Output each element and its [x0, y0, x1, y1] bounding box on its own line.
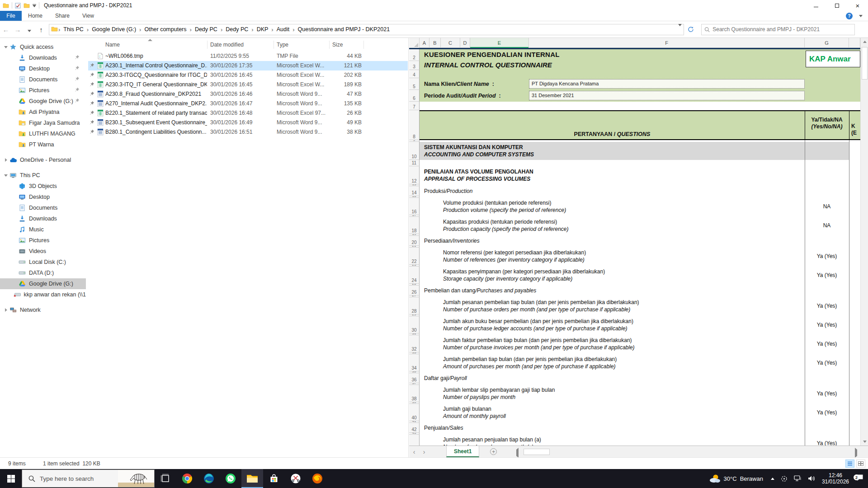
qat-properties-icon[interactable]: [15, 3, 21, 9]
sidebar-item-kkp-anwar-dan-rekan-1[interactable]: kkp anwar dan rekan (\\1: [0, 289, 86, 300]
file-row[interactable]: B280.1_Contingent Liabilities Questionn.…: [88, 127, 408, 137]
column-header-type[interactable]: Type: [277, 42, 288, 48]
file-row[interactable]: A270_Internal Audit Questionnaire_DKP2..…: [88, 99, 408, 108]
tray-expand-button[interactable]: [768, 469, 778, 488]
column-divider[interactable]: [207, 41, 208, 49]
ribbon-expand-icon[interactable]: [859, 15, 863, 17]
back-button[interactable]: ←: [0, 26, 12, 33]
breadcrumb-item[interactable]: Dedy PC: [192, 26, 220, 33]
column-header-size[interactable]: Size: [332, 42, 343, 48]
taskbar-edge-button[interactable]: [198, 469, 220, 488]
breadcrumb-item[interactable]: This PC: [61, 26, 86, 33]
sidebar-item-google-drive-g-[interactable]: Google Drive (G:): [0, 278, 86, 289]
sidebar-item-documents[interactable]: Documents: [0, 202, 86, 213]
scroll-up-icon[interactable]: [861, 38, 868, 46]
taskbar-task-view-button[interactable]: [155, 469, 176, 488]
column-header-date[interactable]: Date modified: [210, 42, 244, 48]
sheet-tab[interactable]: Sheet1: [446, 446, 479, 457]
tab-file[interactable]: File: [0, 11, 22, 21]
search-zebra-image[interactable]: [118, 469, 154, 488]
thumbnail-view-icon[interactable]: [856, 460, 865, 468]
sheet-prev-icon[interactable]: ‹: [409, 448, 419, 455]
file-row[interactable]: B230.1_Subsequent Event Questionnaire_..…: [88, 118, 408, 127]
taskbar-chrome-button[interactable]: [176, 469, 198, 488]
notification-center-button[interactable]: 2: [853, 474, 868, 483]
sidebar-item-local-disk-c-[interactable]: Local Disk (C:): [0, 257, 86, 267]
taskbar-search-box[interactable]: Type here to search: [22, 469, 155, 488]
tab-view[interactable]: View: [76, 11, 100, 21]
sidebar-item-downloads[interactable]: Downloads: [0, 213, 86, 224]
taskbar-microsoft-store-button[interactable]: [263, 469, 285, 488]
up-button[interactable]: ↑: [35, 26, 47, 33]
explorer-search-box[interactable]: [701, 24, 855, 35]
chevron-right-icon[interactable]: [4, 308, 8, 312]
breadcrumb-item[interactable]: Other computers: [142, 26, 189, 33]
add-sheet-icon[interactable]: +: [490, 448, 497, 455]
address-dropdown-icon[interactable]: [678, 26, 682, 33]
qat-customize-icon[interactable]: [33, 4, 36, 7]
chevron-right-icon[interactable]: [4, 158, 8, 162]
tray-app-icon[interactable]: [778, 469, 791, 488]
chevron-down-icon[interactable]: [4, 174, 8, 177]
file-row[interactable]: A230.8_Fraud Questionnaire_DKP202130/01/…: [88, 89, 408, 99]
horizontal-scroll-thumb[interactable]: [524, 449, 550, 455]
help-icon[interactable]: ?: [846, 13, 853, 19]
details-view-icon[interactable]: [845, 460, 854, 468]
column-divider[interactable]: [329, 41, 330, 49]
sidebar-item-desktop[interactable]: Desktop: [0, 192, 86, 202]
pane-splitter[interactable]: [408, 38, 409, 457]
sidebar-item-onedrive-personal[interactable]: OneDrive - Personal: [0, 155, 86, 165]
qat-new-folder-icon[interactable]: [24, 3, 30, 8]
sidebar-item-videos[interactable]: Videos: [0, 246, 86, 257]
clock[interactable]: 12:46 31/01/2026: [818, 472, 853, 485]
sidebar-item-pictures[interactable]: Pictures: [0, 85, 86, 96]
sidebar-item-quick-access[interactable]: Quick access: [0, 42, 86, 52]
explorer-search-input[interactable]: [712, 26, 852, 33]
breadcrumb-item[interactable]: Dedy PC: [223, 26, 251, 33]
sidebar-item-data-d-[interactable]: DATA (D:): [0, 267, 86, 278]
column-divider[interactable]: [274, 41, 274, 49]
sidebar-item-luthfi-magang[interactable]: LUTHFI MAGANG: [0, 128, 86, 139]
sidebar-item-downloads[interactable]: Downloads: [0, 52, 86, 63]
preview-horizontal-scrollbar[interactable]: [515, 448, 858, 455]
breadcrumb-item[interactable]: Questionnaire and PMPJ - DKP2021: [295, 26, 393, 33]
file-row[interactable]: ~WRL0066.tmp11/02/2025 9:55TMP File44 KB: [88, 52, 408, 61]
taskbar-snip-sketch-button[interactable]: [285, 469, 307, 488]
chevron-down-icon[interactable]: [4, 46, 8, 48]
sheet-next-icon[interactable]: ›: [419, 448, 429, 455]
close-button[interactable]: ×: [847, 0, 868, 11]
column-header-name[interactable]: Name: [105, 42, 120, 48]
breadcrumb-item[interactable]: Audit: [274, 26, 292, 33]
minimize-button[interactable]: [806, 0, 826, 11]
taskbar-file-explorer-button[interactable]: [241, 469, 263, 488]
sidebar-item-network[interactable]: Network: [0, 305, 86, 315]
scroll-left-icon[interactable]: [516, 450, 519, 456]
recent-locations-button[interactable]: [24, 26, 35, 33]
breadcrumb-item[interactable]: Google Drive (G:): [89, 26, 139, 33]
address-bar[interactable]: ›This PC›Google Drive (G:)›Other compute…: [49, 24, 684, 35]
breadcrumb-item[interactable]: DKP: [254, 26, 271, 33]
sidebar-item-desktop[interactable]: Desktop: [0, 63, 86, 74]
file-row[interactable]: B220.1_Statement of related party transa…: [88, 108, 408, 118]
maximize-button[interactable]: [826, 0, 847, 11]
sidebar-item-documents[interactable]: Documents: [0, 74, 86, 85]
tab-share[interactable]: Share: [49, 11, 76, 21]
sidebar-item-google-drive-g-[interactable]: Google Drive (G:): [0, 96, 86, 107]
vertical-scroll-thumb[interactable]: [862, 47, 868, 80]
taskbar-firefox-button[interactable]: [307, 469, 328, 488]
file-row[interactable]: A230.1_Internal Control Questionnaire_D.…: [88, 61, 408, 70]
weather-widget[interactable]: 30°C Berawan: [704, 474, 768, 483]
sidebar-item-pt-warna[interactable]: PT Warna: [0, 139, 86, 150]
column-divider[interactable]: [363, 41, 364, 49]
scroll-down-icon[interactable]: [861, 438, 868, 446]
sidebar-item-adi-priyatna[interactable]: Adi Priyatna: [0, 107, 86, 117]
preview-vertical-scrollbar[interactable]: [860, 38, 868, 446]
network-icon[interactable]: [791, 469, 805, 488]
sidebar-item-figar-jaya-samudra[interactable]: Figar Jaya Samudra: [0, 117, 86, 128]
file-row[interactable]: A230.3-ITQ_IT General Questionnaire_DK..…: [88, 80, 408, 89]
start-button[interactable]: [0, 469, 22, 488]
taskbar-whatsapp-button[interactable]: [220, 469, 241, 488]
tab-home[interactable]: Home: [22, 11, 49, 21]
scroll-right-icon[interactable]: [855, 450, 857, 456]
sidebar-item-music[interactable]: Music: [0, 224, 86, 235]
